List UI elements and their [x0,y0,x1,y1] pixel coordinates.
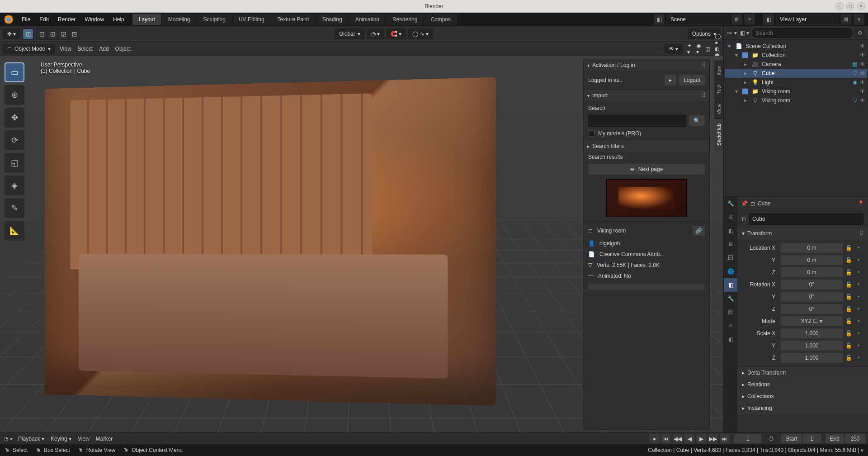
auto-key-icon[interactable]: ● [649,434,659,443]
pivot-dropdown[interactable]: ◔ ▾ [367,28,384,39]
prop-section-collections[interactable]: ▸Collections [737,390,868,402]
cursor-tool-dropdown[interactable]: ✥ ▾ [3,28,20,39]
lock-icon[interactable]: 🔓 [844,269,853,276]
sidetab-sketchfab[interactable]: Sketchfab [714,119,723,150]
new-layer-icon[interactable]: 🗏 [841,14,852,25]
shade-material-icon[interactable]: ◐ [715,46,721,52]
jump-start-icon[interactable]: ⏮ [661,434,671,443]
snap-dropdown[interactable]: 🧲 ▾ [386,28,406,39]
prev-key-icon[interactable]: ◀◀ [673,434,683,443]
outliner-node[interactable]: ▾📄Scene Collection👁 [725,42,867,51]
prop-section-relations[interactable]: ▸Relations [737,379,868,390]
menu-edit[interactable]: Edit [35,14,53,24]
prop-tab-4[interactable]: 🎞 [724,251,737,265]
jump-end-icon[interactable]: ⏭ [720,434,730,443]
selmode2-icon[interactable]: ◱ [47,29,57,39]
mode-dropdown[interactable]: ◻ Object Mode ▾ [3,44,55,54]
close-icon[interactable]: × [857,2,865,10]
outliner-node[interactable]: ▾📁Collection👁 [725,51,867,60]
next-page-button[interactable]: ⏭ Next page [588,164,705,175]
workspace-tab-sculpting[interactable]: Sculpting [197,14,232,25]
lock-icon[interactable]: 🔓 [844,257,853,263]
end-frame-field[interactable]: 250 [845,434,865,443]
overlay-dd-icon[interactable]: ▾ [696,49,701,55]
workspace-tab-compos[interactable]: Compos [424,14,458,25]
outliner-node[interactable]: ▸▽Cube▽👁 [725,69,867,78]
play-button[interactable]: ▸ [665,75,676,86]
tool-rotate[interactable]: ⟳ [5,130,24,150]
transform-value[interactable]: 1.000 [781,328,843,338]
mode-menu-object[interactable]: Object [115,46,131,52]
gizmo-dd-icon[interactable]: ▾ [687,49,692,55]
workspace-tab-shading[interactable]: Shading [316,14,349,25]
timeline-menu-view[interactable]: View [78,436,90,442]
transform-value[interactable]: 0 m [781,255,843,265]
tool-measure[interactable]: 📐 [5,221,24,241]
lock-icon[interactable]: 🔓 [844,318,853,324]
prop-tab-1[interactable]: 🖨 [724,210,737,224]
menu-file[interactable]: File [17,14,35,24]
mymodels-checkbox[interactable] [588,130,594,137]
maximize-icon[interactable]: ◻ [846,2,854,10]
lock-icon[interactable]: 🔓 [844,281,853,288]
workspace-tab-modeling[interactable]: Modeling [162,14,197,25]
pin-icon[interactable]: 📌 [741,200,748,207]
transform-value[interactable]: 1.000 [781,341,843,351]
gizmo-icon[interactable]: ✦ [687,43,692,49]
overlay-icon[interactable]: ◉ [696,43,701,49]
lock-icon[interactable]: 🔓 [844,306,853,312]
lock-icon[interactable]: 🔓 [844,342,853,349]
prop-section-delta-transform[interactable]: ▸Delta Transform [737,367,868,379]
timeline-editor-icon[interactable]: ◔ ▾ [3,433,14,444]
result-thumbnail[interactable] [606,179,687,217]
menu-window[interactable]: Window [80,14,108,24]
sidetab-tool[interactable]: Tool [714,80,723,98]
orientation-dropdown[interactable]: Global ▾ [335,28,365,39]
search-input[interactable] [588,115,686,127]
activation-header[interactable]: Activation / Log in [592,62,635,68]
mode-menu-add[interactable]: Add [99,46,108,52]
outliner-filter-icon[interactable]: ⚙ [854,28,865,38]
prop-tab-3[interactable]: 🖥 [724,238,737,251]
prop-tab-7[interactable]: 🔧 [724,292,737,305]
tool-transform[interactable]: ◈ [5,176,24,195]
selmode4-icon[interactable]: ◳ [69,29,79,39]
timeline-menu-keying[interactable]: Keying ▾ [51,436,71,442]
current-frame-field[interactable]: 1 [734,434,761,443]
transform-value[interactable]: 1.000 [781,353,843,363]
visibility-dropdown[interactable]: 👁 ▾ [664,44,683,54]
workspace-tab-animation[interactable]: Animation [349,14,386,25]
outliner-node[interactable]: ▸💡Light◉👁 [725,78,867,87]
transform-value[interactable]: 0° [781,292,843,302]
3d-viewport[interactable]: User Perspective (1) Collection | Cube ▭… [0,56,723,432]
outliner-node[interactable]: ▸▽Viking room▽👁 [725,96,867,105]
scene-name-field[interactable]: Scene [666,14,730,25]
tool-annotate[interactable]: ✎ [5,198,24,218]
tool-move[interactable]: ✥ [5,108,24,128]
lock-icon[interactable]: 🔓 [844,294,853,300]
select-box-icon[interactable]: ◫ [23,29,33,39]
shade-solid-icon[interactable]: ● [715,39,721,46]
browse-scene-icon[interactable]: ◧ [654,14,665,25]
outliner-node[interactable]: ▾📁Viking room👁 [725,87,867,96]
menu-help[interactable]: Help [108,14,129,24]
view-layer-field[interactable]: View Layer [776,14,839,25]
play-icon[interactable]: ▶ [696,434,706,443]
sidetab-item[interactable]: Item [714,61,723,80]
prop-tab-0[interactable]: 🔧 [724,197,737,210]
workspace-tab-texture-paint[interactable]: Texture Paint [271,14,316,25]
timeline-menu-marker[interactable]: Marker [96,436,113,442]
outliner-mode-icon[interactable]: ≔ ▾ [726,28,737,38]
workspace-tab-rendering[interactable]: Rendering [386,14,424,25]
mode-menu-select[interactable]: Select [78,46,93,52]
mode-menu-view[interactable]: View [60,46,71,52]
delete-layer-icon[interactable]: × [854,14,864,25]
workspace-tab-layout[interactable]: Layout [132,14,162,25]
selmode1-icon[interactable]: ◰ [37,29,47,39]
timer-icon[interactable]: ⏱ [766,433,777,444]
transform-value[interactable]: 0 m [781,243,843,253]
prop-section-instancing[interactable]: ▸Instancing [737,402,868,414]
outliner-search-input[interactable] [752,28,853,38]
tool-select[interactable]: ▭ [5,62,24,82]
new-scene-icon[interactable]: 🗏 [731,14,742,25]
